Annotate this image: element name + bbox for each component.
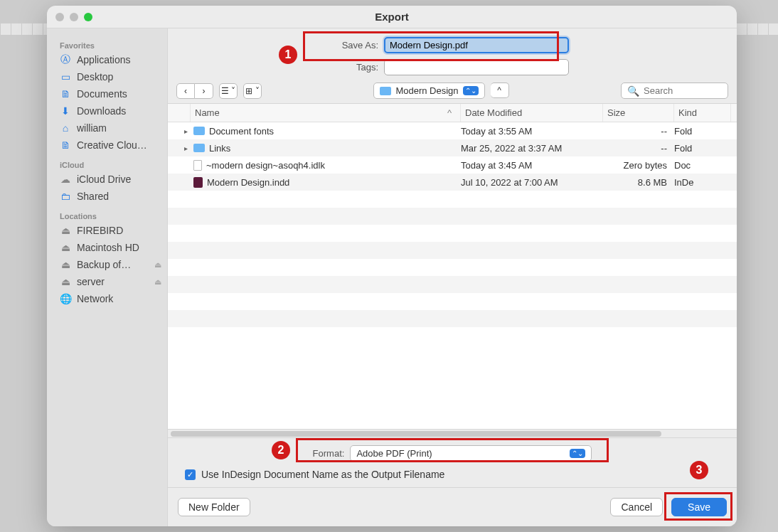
indesign-file-icon (193, 177, 203, 188)
file-name: ~modern design~asoqh4.idlk (206, 160, 325, 171)
document-file-icon (193, 160, 202, 171)
sidebar-item-label: Network (77, 293, 113, 304)
format-value: Adobe PDF (Print) (356, 448, 432, 459)
horizontal-scrollbar[interactable] (168, 429, 737, 437)
column-date-modified[interactable]: Date Modified (461, 104, 603, 122)
file-row[interactable]: ▸Document fontsToday at 3:55 AM--Fold (168, 122, 737, 139)
file-date: Today at 3:55 AM (461, 126, 603, 137)
file-browser: Name^ Date Modified Size Kind ▸Document … (168, 103, 737, 438)
file-list: ▸Document fontsToday at 3:55 AM--Fold▸Li… (168, 122, 737, 429)
forward-button[interactable]: › (195, 83, 213, 99)
toolbar: ‹ › ☰ ˅ ⊞ ˅ Modern Design ⌃⌄ ^ 🔍 (168, 78, 737, 103)
sidebar-item-downloads[interactable]: ⬇Downloads (53, 102, 167, 119)
chevron-updown-icon: ⌃⌄ (570, 449, 585, 458)
file-kind: InDe (674, 177, 731, 188)
file-date: Mar 25, 2022 at 3:37 AM (461, 143, 603, 154)
file-row[interactable]: ~modern design~asoqh4.idlkToday at 3:45 … (168, 156, 737, 174)
sidebar-item-firebird[interactable]: ⏏FIREBIRD (53, 222, 167, 239)
file-name: Links (209, 143, 230, 154)
column-size[interactable]: Size (603, 104, 674, 122)
documents-icon: 🗎 (60, 88, 71, 100)
disclosure-triangle-icon[interactable]: ▸ (184, 127, 188, 135)
sidebar-item-network[interactable]: 🌐Network (53, 290, 167, 307)
folder-icon (380, 87, 391, 95)
sidebar-item-label: FIREBIRD (77, 225, 123, 236)
empty-row (168, 293, 737, 310)
downloads-icon: ⬇ (60, 105, 71, 117)
dialog-buttons: New Folder Cancel Save 3 (168, 487, 737, 526)
file-size: -- (603, 126, 674, 137)
export-dialog: Export Favorites ⒶApplications ▭Desktop … (47, 6, 737, 526)
sidebar-item-label: william (77, 122, 107, 134)
sidebar-item-macintosh-hd[interactable]: ⏏Macintosh HD (53, 239, 167, 256)
location-dropdown[interactable]: Modern Design ⌃⌄ (373, 83, 484, 99)
empty-row (168, 208, 737, 225)
sidebar: Favorites ⒶApplications ▭Desktop 🗎Docume… (47, 28, 168, 526)
sidebar-item-label: Creative Clou… (77, 139, 147, 151)
tags-label: Tags: (336, 62, 378, 73)
sort-ascending-icon: ^ (447, 107, 456, 118)
file-icon: 🗎 (60, 139, 71, 151)
format-dropdown[interactable]: Adobe PDF (Print) ⌃⌄ (350, 445, 592, 462)
file-kind: Doc (674, 160, 731, 171)
sidebar-item-applications[interactable]: ⒶApplications (53, 51, 167, 68)
disclosure-triangle-icon[interactable]: ▸ (184, 144, 188, 152)
sidebar-item-label: Shared (77, 191, 109, 202)
column-kind[interactable]: Kind (674, 104, 731, 122)
eject-icon[interactable]: ⏏ (154, 277, 161, 287)
zoom-window-icon[interactable] (84, 13, 92, 21)
file-row[interactable]: ▸LinksMar 25, 2022 at 3:37 AM--Fold (168, 139, 737, 156)
sidebar-item-desktop[interactable]: ▭Desktop (53, 68, 167, 85)
nav-buttons: ‹ › (176, 83, 213, 99)
sidebar-heading-favorites: Favorites (53, 34, 167, 51)
close-window-icon[interactable] (55, 13, 64, 21)
tags-input[interactable] (384, 59, 569, 75)
new-folder-button[interactable]: New Folder (178, 498, 250, 516)
apps-icon: Ⓐ (60, 54, 71, 65)
file-date: Today at 3:45 AM (461, 160, 603, 171)
column-name[interactable]: Name^ (191, 104, 461, 122)
file-row[interactable]: Modern Design.inddJul 10, 2022 at 7:00 A… (168, 174, 737, 191)
cloud-icon: ☁ (60, 174, 71, 185)
network-icon: 🌐 (60, 293, 71, 304)
eject-icon[interactable]: ⏏ (154, 260, 161, 270)
file-size: 8.6 MB (603, 177, 674, 188)
sidebar-heading-icloud: iCloud (53, 154, 167, 171)
filename-checkbox-label: Use InDesign Document Name as the Output… (201, 469, 444, 480)
sidebar-item-home[interactable]: ⌂william (53, 119, 167, 137)
search-input[interactable] (644, 85, 722, 96)
format-label: Format: (313, 448, 345, 459)
back-button[interactable]: ‹ (176, 83, 195, 99)
file-name: Document fonts (209, 126, 274, 137)
chevron-updown-icon: ⌃⌄ (463, 86, 479, 95)
sidebar-item-server[interactable]: ⏏server⏏ (53, 273, 167, 290)
empty-row (168, 259, 737, 276)
save-as-label: Save As: (336, 40, 378, 50)
search-field[interactable]: 🔍 (621, 83, 728, 99)
sidebar-item-label: Macintosh HD (77, 242, 139, 253)
sidebar-item-label: Backup of… (77, 259, 131, 270)
scrollbar-thumb[interactable] (171, 431, 661, 437)
collapse-button[interactable]: ^ (491, 83, 509, 98)
view-grid-button[interactable]: ⊞ ˅ (243, 83, 262, 99)
sidebar-item-creative-cloud[interactable]: 🗎Creative Clou… (53, 137, 167, 154)
drive-icon: ⏏ (60, 276, 71, 287)
minimize-window-icon[interactable] (70, 13, 78, 21)
sidebar-item-shared[interactable]: 🗀Shared (53, 188, 167, 205)
drive-icon: ⏏ (60, 259, 71, 270)
content-area: Save As: Tags: 1 ‹ › ☰ ˅ ⊞ ˅ (168, 28, 737, 526)
filename-checkbox[interactable]: ✓ (185, 469, 196, 480)
cancel-button[interactable]: Cancel (610, 498, 663, 516)
sidebar-item-documents[interactable]: 🗎Documents (53, 85, 167, 102)
file-size: -- (603, 143, 674, 154)
sidebar-item-icloud-drive[interactable]: ☁iCloud Drive (53, 171, 167, 188)
view-list-button[interactable]: ☰ ˅ (219, 83, 238, 99)
save-button[interactable]: Save (671, 498, 727, 516)
sidebar-item-label: Documents (77, 88, 127, 100)
sidebar-item-label: iCloud Drive (77, 174, 131, 185)
drive-icon: ⏏ (60, 225, 71, 236)
window-title: Export (47, 11, 737, 23)
sidebar-item-label: Desktop (77, 71, 113, 83)
sidebar-item-backup[interactable]: ⏏Backup of…⏏ (53, 256, 167, 273)
save-as-input[interactable] (384, 37, 569, 53)
